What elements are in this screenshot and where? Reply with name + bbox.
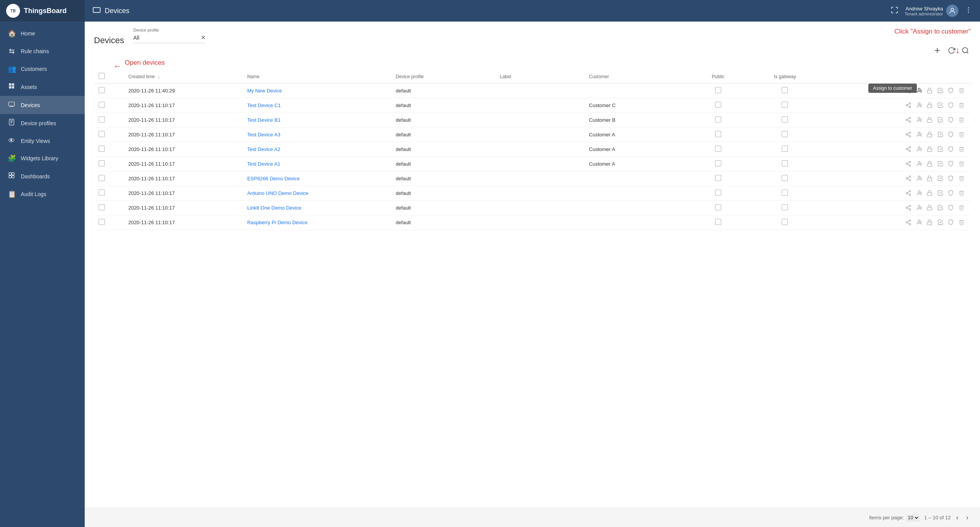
- gateway-checkbox[interactable]: [782, 219, 788, 225]
- share-icon[interactable]: [904, 131, 913, 138]
- check-connectivity-icon[interactable]: [936, 87, 945, 94]
- gateway-checkbox[interactable]: [782, 102, 788, 108]
- row-checkbox[interactable]: [99, 146, 105, 152]
- delete-device-icon[interactable]: [957, 189, 966, 197]
- gateway-checkbox[interactable]: [782, 204, 788, 210]
- sidebar-item-customers[interactable]: 👥 Customers: [0, 60, 85, 78]
- assign-customer-icon[interactable]: [915, 101, 924, 109]
- share-icon[interactable]: [904, 218, 913, 226]
- row-checkbox[interactable]: [99, 204, 105, 210]
- manage-credentials-icon[interactable]: [925, 87, 934, 94]
- gateway-checkbox[interactable]: [782, 160, 788, 166]
- select-all-checkbox[interactable]: [99, 73, 105, 79]
- check-connectivity-icon[interactable]: [936, 218, 945, 226]
- share-icon[interactable]: [904, 160, 913, 168]
- delete-device-icon[interactable]: [957, 87, 966, 94]
- gateway-checkbox[interactable]: [782, 131, 788, 137]
- assign-customer-icon[interactable]: [915, 116, 924, 124]
- public-checkbox[interactable]: [715, 116, 721, 123]
- row-checkbox[interactable]: [99, 102, 105, 108]
- public-checkbox[interactable]: [715, 190, 721, 196]
- make-public-icon[interactable]: [946, 160, 955, 168]
- share-icon[interactable]: [904, 204, 913, 211]
- make-public-icon[interactable]: [946, 145, 955, 153]
- gateway-checkbox[interactable]: [782, 116, 788, 123]
- assign-customer-icon[interactable]: [915, 131, 924, 138]
- public-checkbox[interactable]: [715, 219, 721, 225]
- make-public-icon[interactable]: [946, 131, 955, 138]
- col-header-created-time[interactable]: Created time ↓: [124, 70, 243, 84]
- check-connectivity-icon[interactable]: [936, 175, 945, 182]
- delete-device-icon[interactable]: [957, 116, 966, 124]
- gateway-checkbox[interactable]: [782, 190, 788, 196]
- sidebar-item-entity-views[interactable]: 👁 Entity Views: [0, 132, 85, 149]
- more-options-button[interactable]: [965, 6, 972, 16]
- device-profile-input[interactable]: [133, 35, 201, 41]
- delete-device-icon[interactable]: [957, 160, 966, 168]
- make-public-icon[interactable]: [946, 189, 955, 197]
- delete-device-icon[interactable]: [957, 101, 966, 109]
- search-button[interactable]: [960, 45, 971, 58]
- gateway-checkbox[interactable]: [782, 87, 788, 93]
- row-checkbox[interactable]: [99, 87, 105, 93]
- sidebar-item-home[interactable]: 🏠 Home: [0, 25, 85, 42]
- public-checkbox[interactable]: [715, 102, 721, 108]
- assign-customer-icon[interactable]: [915, 145, 924, 153]
- next-page-button[interactable]: ›: [964, 513, 971, 522]
- row-checkbox[interactable]: [99, 131, 105, 137]
- filter-clear-button[interactable]: ✕: [201, 34, 206, 41]
- share-icon[interactable]: [904, 116, 913, 124]
- row-checkbox[interactable]: [99, 219, 105, 225]
- make-public-icon[interactable]: [946, 101, 955, 109]
- make-public-icon[interactable]: [946, 87, 955, 94]
- check-connectivity-icon[interactable]: [936, 116, 945, 124]
- sidebar-item-assets[interactable]: Assets: [0, 78, 85, 96]
- assign-customer-icon[interactable]: [915, 204, 924, 211]
- public-checkbox[interactable]: [715, 175, 721, 181]
- share-icon[interactable]: [904, 145, 913, 153]
- delete-device-icon[interactable]: [957, 175, 966, 182]
- make-public-icon[interactable]: [946, 204, 955, 211]
- public-checkbox[interactable]: [715, 160, 721, 166]
- assign-customer-icon[interactable]: [915, 175, 924, 182]
- manage-credentials-icon[interactable]: [925, 160, 934, 168]
- public-checkbox[interactable]: [715, 87, 721, 93]
- make-public-icon[interactable]: [946, 116, 955, 124]
- manage-credentials-icon[interactable]: [925, 131, 934, 138]
- share-icon[interactable]: [904, 189, 913, 197]
- public-checkbox[interactable]: [715, 146, 721, 152]
- check-connectivity-icon[interactable]: [936, 160, 945, 168]
- manage-credentials-icon[interactable]: [925, 145, 934, 153]
- delete-device-icon[interactable]: [957, 145, 966, 153]
- sidebar-item-device-profiles[interactable]: Device profiles: [0, 114, 85, 132]
- delete-device-icon[interactable]: [957, 204, 966, 211]
- delete-device-icon[interactable]: [957, 218, 966, 226]
- assign-customer-icon[interactable]: [915, 189, 924, 197]
- fullscreen-button[interactable]: [891, 6, 898, 16]
- row-checkbox[interactable]: [99, 116, 105, 123]
- gateway-checkbox[interactable]: [782, 146, 788, 152]
- add-device-button[interactable]: [931, 45, 943, 58]
- prev-page-button[interactable]: ‹: [954, 513, 961, 522]
- gateway-checkbox[interactable]: [782, 175, 788, 181]
- sidebar-item-widgets-library[interactable]: 🧩 Widgets Library: [0, 149, 85, 167]
- user-avatar[interactable]: [946, 5, 958, 17]
- manage-credentials-icon[interactable]: [925, 116, 934, 124]
- check-connectivity-icon[interactable]: [936, 204, 945, 211]
- sidebar-item-audit-logs[interactable]: 📋 Audit Logs: [0, 185, 85, 203]
- sidebar-item-dashboards[interactable]: Dashboards: [0, 167, 85, 185]
- check-connectivity-icon[interactable]: [936, 189, 945, 197]
- sidebar-item-devices[interactable]: Devices: [0, 96, 85, 114]
- sidebar-item-rule-chains[interactable]: ⇆ Rule chains: [0, 42, 85, 60]
- make-public-icon[interactable]: [946, 175, 955, 182]
- make-public-icon[interactable]: [946, 218, 955, 226]
- manage-credentials-icon[interactable]: [925, 204, 934, 211]
- assign-customer-icon[interactable]: [915, 218, 924, 226]
- public-checkbox[interactable]: [715, 131, 721, 137]
- manage-credentials-icon[interactable]: [925, 218, 934, 226]
- row-checkbox[interactable]: [99, 190, 105, 196]
- assign-customer-icon[interactable]: [915, 160, 924, 168]
- manage-credentials-icon[interactable]: [925, 101, 934, 109]
- delete-device-icon[interactable]: [957, 131, 966, 138]
- check-connectivity-icon[interactable]: [936, 145, 945, 153]
